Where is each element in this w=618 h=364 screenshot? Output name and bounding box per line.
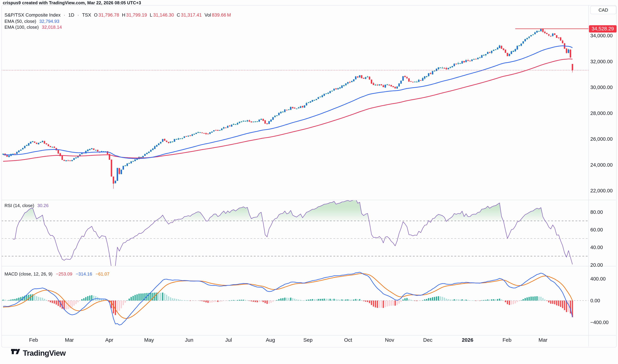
time-label-Oct: Oct — [344, 337, 352, 343]
open-number: 31,796.78 — [98, 13, 119, 18]
volume-unit: M — [227, 13, 231, 18]
close-number: 31,317.41 — [181, 13, 202, 18]
ath-price-label: 34,528.29 — [589, 25, 617, 32]
volume-label: Vol — [205, 13, 211, 18]
time-label-Mar: Mar — [65, 337, 74, 343]
separator-dot: · — [63, 13, 66, 18]
rsi-tick: 80.00 — [590, 209, 603, 215]
rsi-value: 30.26 — [37, 203, 49, 208]
macd-tick: 0.00 — [590, 298, 600, 303]
ema50-value: 32,794.93 — [39, 19, 59, 24]
currency-button[interactable]: CAD — [590, 6, 616, 14]
open-value: O 31,796.78 — [94, 13, 119, 18]
price-tick: 26,000.00 — [590, 136, 613, 142]
macd-tick: 400.00 — [590, 276, 606, 282]
macd-signal-value: −61.07 — [96, 271, 109, 277]
time-label-Sep: Sep — [303, 337, 313, 343]
price-tick: 22,000.00 — [590, 188, 613, 194]
price-tick: 32,000.00 — [590, 59, 613, 64]
time-label-Apr: Apr — [105, 337, 113, 343]
ema100-legend[interactable]: EMA (100, close) 32,018.14 — [4, 25, 62, 30]
time-label-Nov: Nov — [385, 337, 394, 343]
macd-tick: −400.00 — [590, 320, 609, 325]
rsi-tick: 40.00 — [590, 245, 603, 250]
price-tick: 24,000.00 — [590, 162, 613, 168]
chart-canvas[interactable] — [0, 0, 618, 364]
open-label: O — [94, 13, 98, 18]
price-tick: 34,000.00 — [590, 33, 613, 39]
rsi-tick: 20.00 — [590, 262, 603, 268]
separator-dot: · — [77, 13, 79, 18]
high-label: H — [122, 13, 125, 18]
time-label-Feb: Feb — [29, 337, 38, 343]
low-number: 31,146.30 — [153, 13, 174, 18]
ema100-value: 32,018.14 — [42, 25, 62, 30]
symbol-legend[interactable]: S&P/TSX Composite Index · 1D · TSX O 31,… — [4, 13, 231, 18]
attribution: crispus9 created with TradingView.com, M… — [3, 0, 141, 5]
time-label-Aug: Aug — [266, 337, 275, 343]
tradingview-logo-icon — [11, 349, 20, 357]
rsi-legend[interactable]: RSI (14, close) 30.26 — [4, 203, 49, 208]
tradingview-logo-text: TradingView — [23, 349, 66, 357]
ema50-label: EMA (50, close) — [4, 19, 36, 24]
time-label-Jul: Jul — [225, 337, 232, 343]
time-label-Jun: Jun — [185, 337, 193, 343]
price-tick: 28,000.00 — [590, 110, 613, 116]
macd-label: MACD (close, 12, 26, 9) — [4, 271, 53, 277]
symbol-title: S&P/TSX Composite Index — [4, 13, 61, 18]
price-tick: 30,000.00 — [590, 85, 613, 90]
low-label: L — [150, 13, 152, 18]
close-value: C 31,317.41 — [177, 13, 202, 18]
volume-number: 839.66 — [212, 13, 226, 18]
low-value: L 31,146.30 — [150, 13, 174, 18]
exchange: TSX — [82, 13, 91, 18]
close-label: C — [177, 13, 180, 18]
volume-value: Vol 839.66 M — [205, 13, 231, 18]
rsi-tick: 60.00 — [590, 227, 603, 233]
macd-legend[interactable]: MACD (close, 12, 26, 9) −253.09 −314.16 … — [4, 271, 109, 277]
timeframe[interactable]: 1D — [68, 13, 74, 18]
time-label-May: May — [144, 337, 154, 343]
high-number: 31,799.19 — [126, 13, 147, 18]
macd-hist-value: −253.09 — [56, 271, 72, 277]
time-label-Feb: Feb — [502, 337, 512, 343]
ema50-legend[interactable]: EMA (50, close) 32,794.93 — [4, 19, 59, 24]
ema100-label: EMA (100, close) — [4, 25, 39, 30]
high-value: H 31,799.19 — [122, 13, 147, 18]
time-label-Dec: Dec — [423, 337, 432, 343]
time-label-2026: 2026 — [462, 337, 473, 343]
time-label-Mar: Mar — [539, 337, 547, 343]
tradingview-logo[interactable]: TradingView — [11, 349, 66, 357]
macd-line-value: −314.16 — [76, 271, 92, 277]
rsi-label: RSI (14, close) — [4, 203, 34, 208]
